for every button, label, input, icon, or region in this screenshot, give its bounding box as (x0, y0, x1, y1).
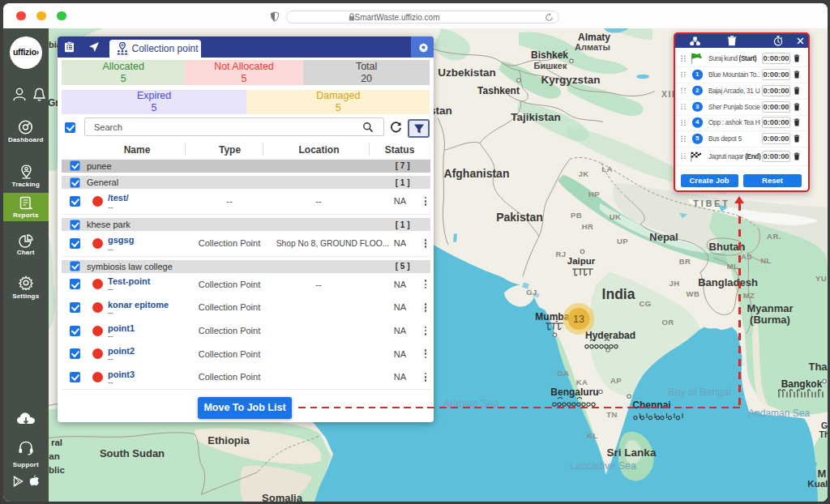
svg-text:blic: blic (49, 464, 65, 474)
svg-text:Бишкек: Бишкек (534, 60, 567, 70)
svg-text:GA: GA (557, 368, 569, 377)
svg-text:BR: BR (679, 256, 691, 265)
svg-text:LA: LA (601, 164, 613, 173)
svg-text:NL: NL (760, 255, 772, 264)
svg-text:Hyderabad: Hyderabad (585, 329, 635, 340)
svg-text:AP: AP (610, 375, 622, 384)
svg-text:Tashkent: Tashkent (477, 84, 520, 96)
svg-text:TIBET: TIBET (693, 198, 729, 207)
svg-text:GJ: GJ (526, 287, 537, 296)
svg-text:WB: WB (687, 288, 700, 297)
svg-text:Nepal: Nepal (649, 230, 678, 242)
svg-text:KA: KA (576, 377, 588, 386)
svg-text:Almaty: Almaty (578, 31, 610, 42)
svg-text:Bangladesh: Bangladesh (698, 275, 758, 288)
svg-text:JK: JK (578, 169, 588, 177)
svg-text:OR: OR (661, 317, 674, 326)
svg-text:Bay of Bengal: Bay of Bengal (668, 386, 731, 397)
svg-text:Sri Lanka: Sri Lanka (607, 446, 657, 458)
svg-text:KL: KL (587, 430, 598, 439)
svg-text:Kyrgyzstan: Kyrgyzstan (541, 73, 601, 85)
svg-text:Andaman Sea: Andaman Sea (748, 408, 810, 419)
svg-text:13: 13 (573, 314, 584, 325)
svg-text:HR: HR (582, 221, 594, 230)
svg-text:Afghanistan: Afghanistan (444, 166, 510, 179)
svg-text:South Sudan: South Sudan (100, 446, 165, 459)
svg-text:AR.: AR. (767, 231, 781, 240)
svg-text:Laccadive Sea: Laccadive Sea (570, 459, 636, 471)
svg-text:MZ: MZ (743, 290, 755, 299)
svg-text:India: India (602, 285, 635, 301)
svg-text:ML: ML (727, 261, 739, 270)
svg-text:YU: YU (815, 273, 827, 282)
svg-text:AS: AS (741, 251, 752, 260)
svg-text:Tajikistan: Tajikistan (511, 110, 560, 122)
svg-text:CG: CG (639, 298, 651, 307)
svg-text:Th: Th (819, 429, 828, 438)
svg-text:Kuala: Kuala (807, 479, 827, 489)
svg-text:TN: TN (606, 409, 618, 418)
svg-text:Myanmar: Myanmar (747, 301, 793, 314)
svg-text:an: an (49, 451, 59, 460)
svg-text:HP: HP (588, 189, 600, 198)
svg-text:Ethiopia: Ethiopia (208, 434, 250, 446)
svg-text:Tha: Tha (808, 360, 827, 372)
svg-text:UK: UK (610, 211, 622, 220)
svg-text:ral: ral (51, 437, 62, 446)
svg-text:Bishkek: Bishkek (531, 49, 568, 60)
svg-text:UP: UP (617, 236, 628, 245)
svg-text:JH: JH (669, 278, 679, 287)
svg-text:Jaipur: Jaipur (567, 255, 596, 265)
svg-text:RJ: RJ (555, 249, 566, 258)
svg-text:Bengaluru: Bengaluru (550, 387, 598, 398)
svg-text:Somalia: Somalia (262, 491, 303, 502)
svg-text:Алматы: Алматы (575, 42, 610, 52)
svg-text:M: M (818, 467, 827, 479)
svg-text:Pakistan: Pakistan (496, 210, 543, 223)
svg-text:PB: PB (571, 210, 582, 219)
svg-text:Uzbekistan: Uzbekistan (438, 66, 495, 78)
svg-text:(Burma): (Burma) (750, 313, 790, 325)
svg-text:Bangkok: Bangkok (781, 378, 823, 389)
